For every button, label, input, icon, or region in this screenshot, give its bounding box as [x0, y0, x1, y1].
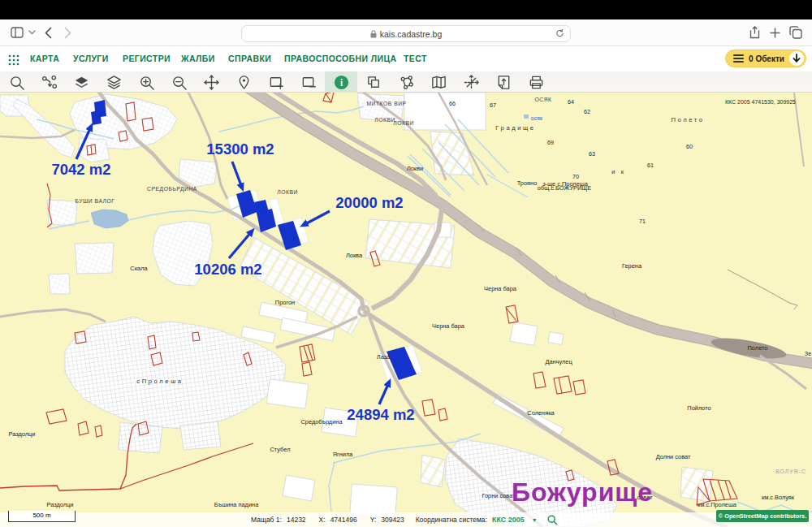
location-pin-tool-button[interactable]	[227, 71, 260, 93]
map-background	[0, 93, 812, 527]
new-tab-icon[interactable]	[770, 28, 780, 38]
map-label: км.с.Волуяк	[762, 494, 795, 501]
hamburger-icon	[733, 53, 744, 64]
map-label: Прогон	[275, 299, 295, 306]
status-search-icon[interactable]	[547, 515, 558, 525]
menu-item-karta[interactable]: КАРТА	[30, 54, 59, 63]
menu-item-zhalbi[interactable]: ЖАЛБИ	[181, 54, 215, 63]
city-name-label: Божурище	[512, 477, 653, 507]
page-export-icon	[495, 74, 512, 91]
route-nodes-tool-button[interactable]	[32, 71, 65, 93]
menu-item-registri[interactable]: РЕГИСТРИ	[123, 54, 171, 63]
layers-filled-tool-button[interactable]	[65, 71, 97, 93]
map-label: общ.с.БОЖУРИЩЕ	[538, 184, 591, 192]
crs-label: Координатна система:	[416, 516, 487, 524]
map-label: ВОЛУЯ-С	[775, 469, 806, 474]
layers-tool-button[interactable]	[97, 71, 130, 93]
map-label: ЛОКВИ	[393, 120, 414, 126]
map-label: СРЕДОБЬРДИНА	[147, 186, 197, 192]
address-bar[interactable]: kais.cadastre.bg	[241, 25, 571, 42]
print-tool-button[interactable]	[520, 71, 552, 93]
zoom-out-tool-button[interactable]	[162, 71, 195, 93]
map-label: Долни соват	[656, 453, 691, 460]
back-icon[interactable]	[45, 27, 52, 39]
map-label: Скала	[130, 265, 148, 272]
map-label: Горни соват	[482, 492, 516, 499]
url-text: kais.cadastre.bg	[380, 29, 442, 39]
parcel-area-label: 24894 m2	[347, 406, 414, 423]
tabs-overview-icon[interactable]	[789, 26, 802, 39]
menu-item-spravki[interactable]: СПРАВКИ	[228, 54, 271, 63]
crs-dropdown-arrow-icon[interactable]: ▼	[532, 517, 538, 523]
map-label: и к	[611, 168, 625, 175]
rect-plus-tool-button[interactable]	[260, 71, 292, 93]
osm-attribution[interactable]: © OpenStreetMap contributors.	[716, 510, 809, 522]
parcel-area-label: 10206 m2	[194, 261, 261, 278]
map-label: Локва	[346, 252, 363, 259]
y-value: 309423	[381, 516, 404, 524]
map-label: 70	[572, 173, 579, 180]
map-label: 61	[647, 162, 654, 169]
map-label: Полето	[748, 344, 768, 352]
reload-icon[interactable]	[555, 28, 564, 38]
folded-map-icon	[430, 74, 447, 91]
snapshot-icon	[365, 74, 382, 91]
crosshair-tool-button[interactable]	[455, 71, 487, 93]
parcel-area-label: 15300 m2	[206, 140, 274, 158]
map-label: 60	[686, 143, 693, 150]
map-label: Ягнила	[333, 451, 354, 458]
map-label: 71	[639, 218, 646, 225]
rect-minus-tool-button[interactable]	[292, 71, 325, 93]
pan-tool-button[interactable]	[195, 71, 227, 93]
map-scale-bar: 500 m	[8, 511, 76, 522]
lock-icon	[370, 30, 377, 38]
map-label: Соленяка	[527, 409, 555, 417]
map-label: Раздолци	[47, 501, 74, 508]
map-label: ЛОКВИ	[374, 117, 395, 123]
map-label: 64	[568, 98, 574, 106]
map-label: Полето	[671, 116, 704, 123]
map-label: 67	[490, 102, 496, 109]
map-label: осяк	[531, 115, 543, 121]
menu-item-test[interactable]: ТЕСТ	[404, 54, 427, 63]
forward-icon[interactable]	[64, 27, 71, 39]
folded-map-tool-button[interactable]	[422, 71, 455, 93]
sidebar-icon[interactable]	[11, 27, 24, 38]
share-icon[interactable]	[749, 26, 760, 39]
crosshair-icon	[463, 74, 480, 91]
status-bar: Мащаб 1: 14232 X: 4741496 Y: 309423 Коор…	[0, 512, 812, 527]
polygon-nodes-icon	[398, 74, 415, 91]
objects-count: 0 Обекти	[744, 54, 789, 63]
map-label: Трояно	[517, 179, 538, 187]
objects-button[interactable]: 0 Обекти	[725, 50, 806, 67]
map-viewport[interactable]: МИТКОВ ВИРЛОКВИЛОКВИОСЯК66676462осякГрад…	[0, 93, 812, 527]
chevron-down-icon[interactable]	[28, 30, 36, 35]
map-toolbar: i	[0, 71, 812, 93]
crs-dropdown[interactable]: ККС 2005	[492, 516, 525, 524]
macos-top-bar	[0, 0, 812, 19]
parcel-area-label: 20000 m2	[335, 194, 403, 211]
zoom-in-icon	[138, 74, 155, 91]
page-export-tool-button[interactable]	[487, 71, 520, 93]
map-label: 63	[589, 150, 595, 158]
map-label: Бъшина падина	[214, 501, 259, 508]
info-icon: i	[333, 74, 350, 91]
route-nodes-icon	[41, 74, 58, 91]
zoom-in-tool-button[interactable]	[130, 71, 162, 93]
map-label: 69	[547, 139, 554, 146]
polygon-nodes-tool-button[interactable]	[390, 71, 422, 93]
map-label: Градище	[495, 124, 535, 132]
map-corner-ref: ККС 2005 4741530, 309925	[725, 99, 796, 105]
snapshot-tool-button[interactable]	[357, 71, 390, 93]
site-menu: КАРТА УСЛУГИ РЕГИСТРИ ЖАЛБИ СПРАВКИ ПРАВ…	[0, 46, 812, 71]
rect-minus-icon	[300, 74, 317, 91]
apps-grid-icon[interactable]	[8, 54, 22, 66]
info-tool-button[interactable]: i	[325, 71, 357, 93]
search-icon	[8, 74, 25, 91]
x-label: X:	[319, 516, 326, 524]
pan-icon	[203, 74, 220, 91]
download-arrow-icon[interactable]	[789, 51, 804, 66]
menu-item-pravosposobni-lica[interactable]: ПРАВОСПОСОБНИ ЛИЦА	[284, 54, 396, 63]
search-tool-button[interactable]	[0, 71, 32, 93]
menu-item-uslugi[interactable]: УСЛУГИ	[73, 54, 109, 63]
